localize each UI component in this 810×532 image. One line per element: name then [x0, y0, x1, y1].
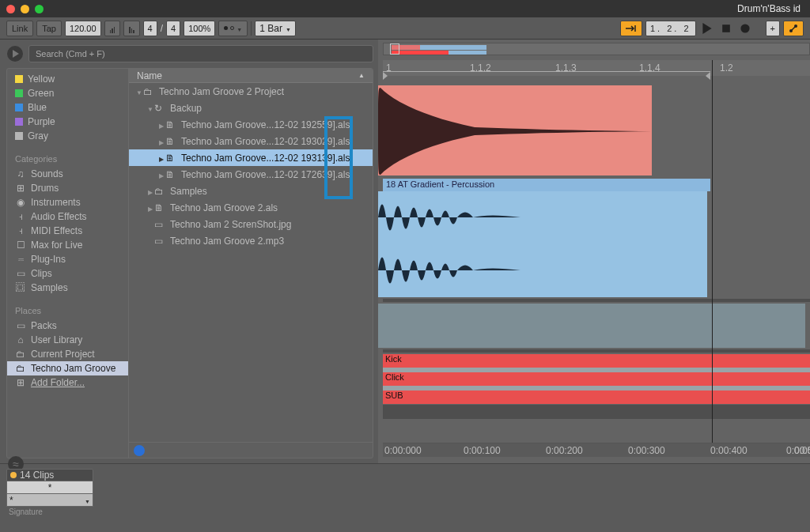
als-file-icon: 🗎 [154, 202, 167, 213]
follow-button[interactable] [620, 21, 642, 36]
category-instruments[interactable]: ◉Instruments [7, 195, 128, 209]
audio-file-row[interactable]: ▭Techno Jam Groove 2.mp3 [129, 232, 373, 249]
time-sig-numerator[interactable]: 4 [143, 21, 157, 36]
folder-icon: 🗀 [15, 349, 26, 360]
close-window-icon[interactable] [6, 5, 15, 13]
place-current-project[interactable]: 🗀Current Project [7, 347, 128, 361]
backup-folder-row[interactable]: ↻Backup [129, 100, 373, 116]
status-dot-icon [10, 472, 17, 478]
als-file-row[interactable]: 🗎Techno Jam Groove...12-02 192559].als [129, 116, 373, 133]
als-file-icon: 🗎 [165, 169, 178, 180]
samples-folder-row[interactable]: 🗀Samples [129, 183, 373, 199]
audio-clip-waveform-1[interactable] [378, 85, 652, 175]
time-sig-slash: / [161, 23, 163, 34]
als-file-icon: 🗎 [165, 119, 178, 130]
track-divider[interactable] [383, 405, 810, 419]
als-file-row-selected[interactable]: 🗎Techno Jam Groove...12-02 193139].als [129, 149, 373, 166]
midi-overdub-button[interactable]: + [766, 21, 780, 36]
audio-clip-header[interactable]: 18 AT Gradient - Percussion [383, 179, 710, 191]
category-sounds[interactable]: ♫Sounds [7, 167, 128, 181]
svg-rect-1 [722, 25, 730, 32]
folder-icon: 🗀 [154, 186, 167, 197]
track-divider[interactable] [383, 299, 810, 302]
metronome-button[interactable] [218, 21, 248, 36]
svg-point-2 [740, 24, 749, 32]
empty-audio-clip[interactable] [378, 304, 805, 348]
category-drums[interactable]: ⊞Drums [7, 181, 128, 195]
tap-tempo-button[interactable]: Tap [36, 21, 62, 36]
globe-icon[interactable] [134, 445, 145, 456]
control-bar: Link Tap 120.00 4 / 4 100% 1 Bar 1. 2. 2… [0, 17, 810, 40]
backup-icon: ↻ [154, 103, 167, 114]
clips-header[interactable]: 14 Clips [6, 469, 93, 481]
browser-panel: Search (Cmd + F) Yellow Green Blue Purpl… [0, 40, 378, 463]
category-plugins[interactable]: ⎓Plug-Ins [7, 252, 128, 266]
time-ruler[interactable]: 0:00:000 0:00:100 0:00:200 0:00:300 0:00… [383, 443, 810, 457]
collection-gray[interactable]: Gray [7, 129, 128, 143]
midi-clip-click-2[interactable] [717, 372, 810, 386]
tempo-field[interactable]: 120.00 [65, 21, 101, 36]
loop-brace[interactable] [383, 71, 710, 79]
arrangement-overview[interactable] [383, 43, 810, 55]
category-clips[interactable]: ▭Clips [7, 266, 128, 281]
category-samples[interactable]: ⿴Samples [7, 281, 128, 295]
clip-dropdown[interactable]: * [6, 494, 93, 507]
link-button[interactable]: Link [6, 21, 33, 36]
collection-blue[interactable]: Blue [7, 100, 128, 115]
file-list-header[interactable]: Name ▲ [129, 69, 373, 83]
record-button[interactable] [737, 21, 753, 36]
midi-clip-sub-2[interactable] [717, 391, 810, 404]
note-icon: ♫ [15, 168, 26, 179]
collection-green[interactable]: Green [7, 86, 128, 100]
categories-heading: Categories [7, 151, 128, 167]
midi-clip-kick-2[interactable] [717, 354, 810, 368]
time-sig-denominator[interactable]: 4 [166, 21, 180, 36]
main-area: Search (Cmd + F) Yellow Green Blue Purpl… [0, 40, 810, 463]
clip-field[interactable]: * [6, 481, 93, 494]
preview-play-icon[interactable] [6, 45, 24, 62]
automation-arm-button[interactable] [783, 21, 804, 36]
drums-icon: ⊞ [15, 183, 26, 194]
category-max-for-live[interactable]: ☐Max for Live [7, 238, 128, 252]
track-divider[interactable] [383, 349, 810, 353]
tempo-nudge-down[interactable] [104, 21, 121, 36]
image-file-row[interactable]: ▭Techno Jam 2 ScrenShot.jpg [129, 216, 373, 232]
minimize-window-icon[interactable] [21, 5, 29, 13]
als-file-icon: 🗎 [165, 153, 178, 164]
place-add-folder[interactable]: ⊞Add Folder... [7, 375, 128, 390]
max-icon: ☐ [15, 240, 26, 251]
collection-purple[interactable]: Purple [7, 115, 128, 129]
place-user-library[interactable]: ⌂User Library [7, 333, 128, 347]
arrangement-view[interactable]: 1 1.1.2 1.1.3 1.1.4 1.2 18 AT Gradient -… [378, 40, 810, 463]
search-input[interactable]: Search (Cmd + F) [28, 45, 373, 62]
sort-indicator-icon: ▲ [358, 72, 365, 79]
zoom-field[interactable]: 100% [184, 21, 215, 36]
playhead-marker [712, 60, 713, 443]
audio-clip-waveform-2[interactable] [378, 191, 707, 297]
instruments-icon: ◉ [15, 197, 26, 208]
als-file-row[interactable]: 🗎Techno Jam Groove...12-02 172639].als [129, 166, 373, 183]
play-button[interactable] [699, 21, 715, 36]
place-packs[interactable]: ▭Packs [7, 319, 128, 333]
als-file-icon: 🗎 [165, 136, 178, 147]
add-folder-icon: ⊞ [15, 377, 26, 388]
als-file-row[interactable]: 🗎Techno Jam Groove...12-02 193029].als [129, 133, 373, 149]
clips-icon: ▭ [15, 268, 26, 279]
audio-file-icon: ▭ [154, 236, 167, 247]
tempo-nudge-up[interactable] [123, 21, 140, 36]
arrangement-position[interactable]: 1. 2. 2 [645, 21, 696, 36]
stop-button[interactable] [718, 21, 734, 36]
project-folder-row[interactable]: 🗀Techno Jam Groove 2 Project [129, 83, 373, 100]
clips-count-label: 14 Clips [20, 470, 54, 481]
category-midi-effects[interactable]: ⫞MIDI Effects [7, 224, 128, 238]
image-file-icon: ▭ [154, 219, 167, 230]
category-audio-effects[interactable]: ⫞Audio Effects [7, 209, 128, 224]
signature-label: Signature [6, 507, 93, 516]
quantize-menu[interactable]: 1 Bar [255, 21, 296, 36]
zoom-window-icon[interactable] [35, 5, 44, 13]
als-file-row[interactable]: 🗎Techno Jam Groove 2.als [129, 199, 373, 216]
collection-yellow[interactable]: Yellow [7, 72, 128, 86]
svg-line-5 [792, 27, 795, 30]
titlebar: Drum'n'Bass id [0, 0, 810, 17]
place-techno-jam-groove[interactable]: 🗀Techno Jam Groove [7, 361, 128, 375]
